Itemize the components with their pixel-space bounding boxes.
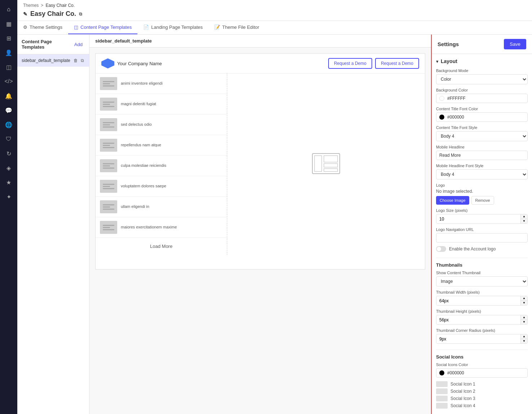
content-title-font-color-input[interactable]: #000000 <box>436 112 528 122</box>
content-area: Content Page Templates Add sidebar_defau… <box>17 35 532 414</box>
social-icon-3-row: Social Icon 3 <box>436 396 528 401</box>
top-bar: Themes > Easy Chair Co. ✎ Easy Chair Co.… <box>17 0 532 21</box>
tab-landing-page-templates[interactable]: 📄 Landing Page Templates <box>137 21 208 34</box>
layout-section-header[interactable]: ▾ Layout <box>436 58 528 64</box>
duplicate-template-button[interactable]: ⧉ <box>80 57 85 64</box>
mobile-headline-label: Mobile Headline <box>436 145 528 149</box>
refresh-icon[interactable]: ↻ <box>2 147 15 160</box>
breadcrumb-current: Easy Chair Co. <box>45 3 75 8</box>
tabs-bar: ⚙ Theme Settings ◫ Content Page Template… <box>17 21 532 35</box>
social-icons-color-dot <box>439 370 444 375</box>
delete-template-button[interactable]: 🗑 <box>73 57 79 64</box>
thumbnail-width-input[interactable] <box>436 297 520 305</box>
thumbnail-height-increment[interactable]: ▲ <box>521 315 527 320</box>
thumbnail-width-decrement[interactable]: ▼ <box>521 301 527 305</box>
thumbnail-corner-radius-decrement[interactable]: ▼ <box>521 339 527 343</box>
thumbnail-corner-radius-label: Thumbnail Corner Radius (pixels) <box>436 328 528 333</box>
chat-icon[interactable]: 💬 <box>2 104 15 117</box>
left-navigation: ⌂ ▦ ⊞ 👤 ◫ </> 🔔 💬 🌐 🛡 ↻ ◈ ★ ✦ <box>0 0 17 414</box>
mobile-headline-font-style-select[interactable]: Body 4 <box>436 169 528 179</box>
shield-icon[interactable]: 🛡 <box>2 133 15 146</box>
social-icon-3-label: Social Icon 3 <box>450 396 475 401</box>
home-icon[interactable]: ⌂ <box>2 3 15 16</box>
thumbnail-corner-radius-spinner: ▲ ▼ <box>436 334 528 344</box>
content-text-3: repellendus nam atque <box>121 142 161 148</box>
thumbnails-section: Thumbnails Show Content Thumbnail Image … <box>436 262 528 344</box>
settings-body: ▾ Layout Background Mode Color Backgroun… <box>432 54 532 414</box>
thumbnail-height-decrement[interactable]: ▼ <box>521 320 527 324</box>
tag-icon[interactable]: ◈ <box>2 161 15 174</box>
svg-rect-1 <box>315 156 322 172</box>
show-content-thumbnail-label: Show Content Thumbnail <box>436 271 528 275</box>
puzzle-icon[interactable]: ✦ <box>2 190 15 203</box>
mobile-headline-font-style-label: Mobile Headline Font Style <box>436 164 528 168</box>
preview-buttons: Request a Demo Request a Demo <box>328 58 419 69</box>
tab-content-page-templates[interactable]: ◫ Content Page Templates <box>68 21 137 34</box>
logo-nav-url-input[interactable] <box>436 233 528 242</box>
content-text-1: magni deleniti fugiat <box>121 101 156 107</box>
background-mode-label: Background Mode <box>436 68 528 73</box>
thumbnail-width-increment[interactable]: ▲ <box>521 296 527 301</box>
thumbnail-corner-radius-input[interactable] <box>436 335 520 343</box>
code-icon[interactable]: </> <box>2 75 15 88</box>
show-content-thumbnail-select[interactable]: Image <box>436 276 528 286</box>
logo-size-increment[interactable]: ▲ <box>521 214 527 219</box>
thumbnail-height-field: Thumbnail Height (pixels) ▲ ▼ <box>436 309 528 325</box>
globe-icon[interactable]: 🌐 <box>2 118 15 131</box>
bell-icon[interactable]: 🔔 <box>2 89 15 102</box>
template-panel-header: Content Page Templates Add <box>17 35 89 54</box>
thumbnail-7 <box>100 221 117 234</box>
breadcrumb-parent[interactable]: Themes <box>23 3 39 8</box>
request-demo-button-2[interactable]: Request a Demo <box>375 58 419 69</box>
logo-shape-icon <box>101 58 114 68</box>
remove-image-button[interactable]: Remove <box>471 196 494 205</box>
tab-theme-settings[interactable]: ⚙ Theme Settings <box>17 21 68 34</box>
list-item: ullam eligendi in <box>96 197 227 217</box>
edit-icon[interactable]: ⧉ <box>79 12 82 17</box>
background-color-dot <box>439 96 444 101</box>
content-text-2: sed delectus odio <box>121 122 152 127</box>
social-icons-color-input[interactable]: #000000 <box>436 368 528 378</box>
background-mode-select[interactable]: Color <box>436 74 528 84</box>
social-icon-2-thumb <box>436 388 448 394</box>
enable-account-logo-toggle[interactable] <box>436 246 446 252</box>
logo-buttons: Choose Image Remove <box>436 196 528 205</box>
thumbnail-corner-radius-increment[interactable]: ▲ <box>521 334 527 339</box>
list-item: animi inventore eligendi <box>96 74 227 94</box>
no-image-text: No image selected. <box>436 189 528 194</box>
mobile-headline-input[interactable] <box>436 151 528 160</box>
list-item[interactable]: sidebar_default_template 🗑 ⧉ <box>17 54 89 67</box>
layers-icon[interactable]: ◫ <box>2 61 15 74</box>
logo-size-input[interactable] <box>436 215 520 223</box>
star-icon[interactable]: ★ <box>2 176 15 189</box>
logo-size-decrement[interactable]: ▼ <box>521 219 527 223</box>
tab-theme-file-editor[interactable]: 📝 Theme File Editor <box>208 21 265 34</box>
content-text-5: voluptatem dolores saepe <box>121 183 166 189</box>
grid-icon[interactable]: ⊞ <box>2 32 15 45</box>
template-item-name: sidebar_default_template <box>22 58 70 63</box>
list-item: repellendus nam atque <box>96 135 227 156</box>
enable-account-logo-label: Enable the Account logo <box>449 246 496 251</box>
mobile-headline-field: Mobile Headline <box>436 145 528 160</box>
svg-rect-3 <box>324 164 338 167</box>
preview-title-bar: sidebar_default_template <box>89 35 431 48</box>
content-title-font-style-select[interactable]: Body 4 <box>436 131 528 141</box>
request-demo-button-1[interactable]: Request a Demo <box>328 58 372 69</box>
social-icons-color-field: Social Icons Color #000000 <box>436 362 528 378</box>
content-title-font-color-value: #000000 <box>447 115 464 120</box>
social-icons-title: Social Icons <box>436 354 528 360</box>
load-more-label[interactable]: Load More <box>150 244 172 249</box>
add-template-button[interactable]: Add <box>72 41 85 48</box>
thumbnails-title: Thumbnails <box>436 262 528 268</box>
load-more-area: Load More <box>96 238 227 255</box>
chart-icon[interactable]: ▦ <box>2 17 15 30</box>
thumbnail-1 <box>100 98 117 111</box>
thumbnail-height-input[interactable] <box>436 316 520 324</box>
user-icon[interactable]: 👤 <box>2 46 15 59</box>
content-title-font-style-field: Content Title Font Style Body 4 <box>436 125 528 141</box>
save-button[interactable]: Save <box>504 39 526 49</box>
background-color-input[interactable]: #FFFFFF <box>436 94 528 103</box>
choose-image-button[interactable]: Choose Image <box>436 196 469 205</box>
preview-area: sidebar_default_template Your Company Na… <box>89 35 431 414</box>
breadcrumb-separator: > <box>41 3 43 8</box>
